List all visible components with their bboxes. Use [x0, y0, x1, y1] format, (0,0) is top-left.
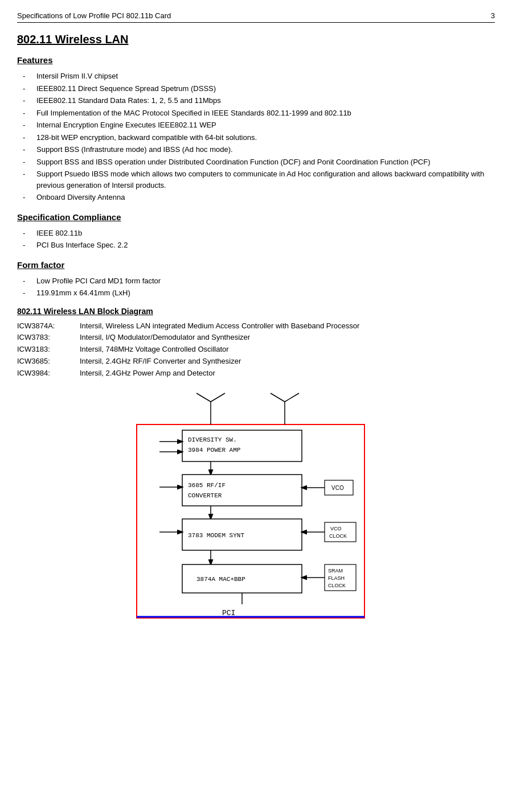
list-item: -Support Psuedo IBSS mode which allows t…: [23, 168, 495, 191]
block-diagram-svg: DIVERSITY SW. 3984 POWER AMP 3685 RF/IF …: [108, 390, 404, 629]
svg-rect-11: [182, 475, 302, 506]
table-row: ICW3783: Intersil, I/Q Modulator/Demodul…: [17, 332, 495, 344]
svg-text:CLOCK: CLOCK: [328, 583, 346, 588]
header-title: Specifications of Low Profile PCI 802.11…: [17, 11, 171, 20]
diagram-container: DIVERSITY SW. 3984 POWER AMP 3685 RF/IF …: [17, 390, 495, 629]
svg-line-5: [271, 393, 285, 402]
list-item: -128-bit WEP encryption, backward compat…: [23, 132, 495, 143]
svg-line-3: [211, 393, 225, 402]
table-row: ICW3874A: Intersil, Wireless LAN integra…: [17, 320, 495, 332]
list-item: -119.91mm x 64.41mm (LxH): [23, 287, 495, 299]
svg-text:VCO: VCO: [331, 485, 344, 491]
svg-text:DIVERSITY SW.: DIVERSITY SW.: [188, 436, 237, 443]
table-row: ICW3685: Intersil, 2.4GHz RF/IF Converte…: [17, 356, 495, 368]
svg-text:CLOCK: CLOCK: [329, 533, 347, 539]
list-item: -IEEE 802.11b: [23, 228, 495, 239]
svg-text:3874A MAC+BBP: 3874A MAC+BBP: [196, 576, 245, 583]
svg-text:3984 POWER AMP: 3984 POWER AMP: [188, 447, 241, 454]
list-item: -Support BSS and IBSS operation under Di…: [23, 156, 495, 168]
svg-text:3685 RF/IF: 3685 RF/IF: [188, 482, 226, 489]
table-row: ICW3183: Intersil, 748MHz Voltage Contro…: [17, 344, 495, 356]
svg-text:CONVERTER: CONVERTER: [188, 492, 222, 499]
list-item: -Full Implementation of the MAC Protocol…: [23, 108, 495, 119]
spec-compliance-heading: Specification Compliance: [17, 212, 495, 222]
list-item: -Intersil Prism II.V chipset: [23, 71, 495, 82]
list-item: -PCI Bus Interface Spec. 2.2: [23, 240, 495, 251]
svg-text:SRAM: SRAM: [328, 568, 343, 574]
form-factor-list: -Low Profile PCI Card MD1 form factor -1…: [23, 275, 495, 299]
svg-rect-7: [182, 430, 302, 461]
main-heading: 802.11 Wireless LAN: [17, 33, 495, 46]
svg-text:FLASH: FLASH: [328, 575, 345, 581]
list-item: -IEEE802.11 Direct Sequence Spread Spetr…: [23, 83, 495, 94]
svg-line-2: [196, 393, 211, 402]
list-item: -Onboard Diversity Antenna: [23, 192, 495, 203]
list-item: -Low Profile PCI Card MD1 form factor: [23, 275, 495, 287]
component-table: ICW3874A: Intersil, Wireless LAN integra…: [17, 320, 495, 380]
features-heading: Features: [17, 55, 495, 65]
svg-line-6: [285, 393, 299, 402]
spec-compliance-list: -IEEE 802.11b -PCI Bus Interface Spec. 2…: [23, 228, 495, 251]
list-item: -Support BSS (Infrastruture mode) and IB…: [23, 144, 495, 155]
svg-text:3783 MODEM SYNT: 3783 MODEM SYNT: [188, 532, 244, 539]
block-diagram-section: 802.11 Wireless LAN Block Diagram ICW387…: [17, 307, 495, 630]
features-list: -Intersil Prism II.V chipset -IEEE802.11…: [23, 71, 495, 203]
form-factor-heading: Form factor: [17, 260, 495, 270]
block-diagram-heading: 802.11 Wireless LAN Block Diagram: [17, 307, 495, 316]
list-item: -Internal Encryption Engine Executes IEE…: [23, 119, 495, 131]
page-number: 3: [491, 11, 495, 20]
page-header: Specifications of Low Profile PCI 802.11…: [17, 11, 495, 23]
list-item: -IEEE802.11 Standard Data Rates: 1, 2, 5…: [23, 95, 495, 106]
svg-text:VCO: VCO: [330, 526, 342, 531]
table-row: ICW3984: Intersil, 2.4GHz Power Amp and …: [17, 368, 495, 380]
